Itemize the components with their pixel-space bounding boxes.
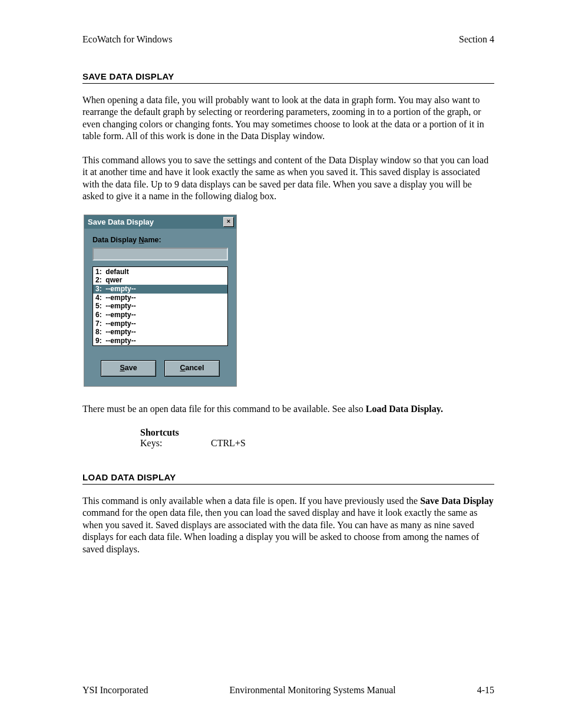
list-item[interactable]: 1: default bbox=[93, 268, 227, 276]
text: This command is only available when a da… bbox=[82, 496, 420, 506]
dialog-title: Save Data Display bbox=[88, 218, 154, 226]
paragraph: There must be an open data file for this… bbox=[82, 403, 494, 415]
list-item[interactable]: 2: qwer bbox=[93, 276, 227, 285]
save-data-display-dialog: Save Data Display × Data Display Name: 1… bbox=[84, 215, 237, 387]
header-left: EcoWatch for Windows bbox=[82, 34, 172, 45]
footer-right: 4-15 bbox=[477, 685, 494, 696]
header-right: Section 4 bbox=[459, 34, 494, 45]
cancel-button[interactable]: Cancel bbox=[164, 360, 220, 377]
list-item[interactable]: 7: --empty-- bbox=[93, 319, 227, 328]
dialog-button-row: Save Cancel bbox=[92, 360, 228, 377]
btn-mnemonic: S bbox=[120, 364, 124, 372]
btn-text: ave bbox=[125, 364, 137, 372]
list-item[interactable]: 8: --empty-- bbox=[93, 328, 227, 337]
cross-ref: Load Data Display. bbox=[366, 404, 443, 414]
close-icon[interactable]: × bbox=[223, 217, 234, 227]
list-item[interactable]: 6: --empty-- bbox=[93, 311, 227, 319]
text: command for the open data file, then you… bbox=[82, 508, 479, 554]
shortcuts-block: Shortcuts Keys:CTRL+S bbox=[140, 427, 494, 449]
paragraph: This command is only available when a da… bbox=[82, 495, 494, 555]
shortcut-row: Keys:CTRL+S bbox=[140, 438, 494, 449]
cross-ref: Save Data Display bbox=[420, 496, 493, 506]
section-title-save: SAVE DATA DISPLAY bbox=[82, 71, 494, 84]
page-footer: YSI Incorporated Environmental Monitorin… bbox=[82, 685, 494, 696]
save-button[interactable]: Save bbox=[101, 360, 156, 377]
section-title-load: LOAD DATA DISPLAY bbox=[82, 472, 494, 485]
paragraph: This command allows you to save the sett… bbox=[82, 154, 494, 203]
label-text: ame: bbox=[144, 236, 161, 244]
label-mnemonic: N bbox=[139, 236, 144, 244]
list-item[interactable]: 3: --empty-- bbox=[93, 285, 227, 294]
shortcut-key-label: Keys: bbox=[140, 438, 211, 449]
paragraph: When opening a data file, you will proba… bbox=[82, 94, 494, 143]
list-item[interactable]: 4: --empty-- bbox=[93, 294, 227, 302]
label-text: Data Display bbox=[92, 236, 139, 244]
page-header: EcoWatch for Windows Section 4 bbox=[82, 34, 494, 45]
footer-center: Environmental Monitoring Systems Manual bbox=[229, 685, 395, 696]
dialog-body: Data Display Name: 1: default2: qwer3: -… bbox=[84, 229, 236, 387]
field-label: Data Display Name: bbox=[92, 236, 228, 244]
shortcuts-label: Shortcuts bbox=[140, 427, 494, 438]
display-slot-listbox[interactable]: 1: default2: qwer3: --empty--4: --empty-… bbox=[92, 266, 228, 347]
footer-left: YSI Incorporated bbox=[82, 685, 148, 696]
document-page: EcoWatch for Windows Section 4 SAVE DATA… bbox=[0, 0, 562, 728]
list-item[interactable]: 5: --empty-- bbox=[93, 302, 227, 311]
shortcut-key-value: CTRL+S bbox=[211, 438, 246, 448]
btn-text: ancel bbox=[186, 364, 204, 372]
list-item[interactable]: 9: --empty-- bbox=[93, 337, 227, 345]
text: There must be an open data file for this… bbox=[82, 404, 366, 414]
btn-mnemonic: C bbox=[180, 364, 186, 372]
dialog-titlebar: Save Data Display × bbox=[84, 215, 236, 229]
data-display-name-input[interactable] bbox=[92, 248, 228, 261]
